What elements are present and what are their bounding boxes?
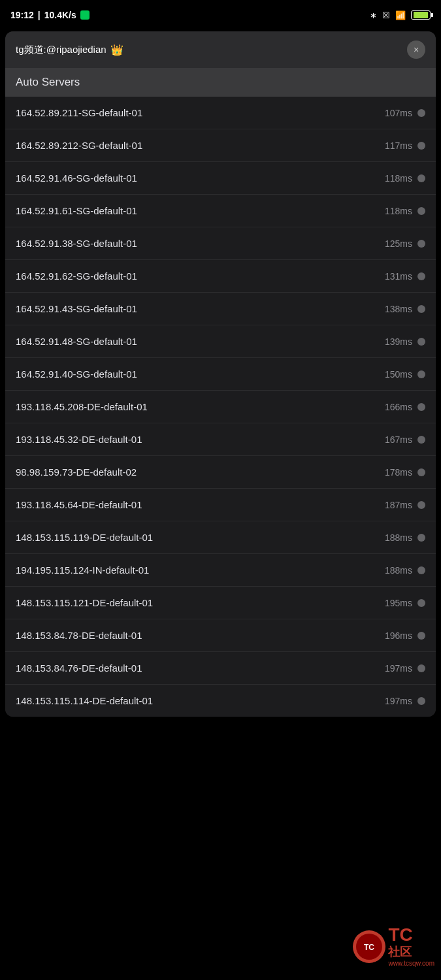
latency-dot-icon [417,632,425,640]
latency-dot-icon [417,109,425,117]
server-latency: 139ms [385,336,412,347]
watermark-she-label: 社区 [388,944,434,960]
server-name: 194.195.115.124-IN-default-01 [16,564,149,576]
latency-dot-icon [417,370,425,378]
server-latency: 197ms [385,696,412,706]
server-item[interactable]: 193.118.45.64-DE-default-01187ms [5,489,436,521]
server-latency: 178ms [385,467,412,478]
app-title: tg频道:@ripaojiedian 👑 [16,44,123,56]
latency-dot-icon [417,501,425,509]
server-item[interactable]: 193.118.45.32-DE-default-01167ms [5,423,436,456]
svg-text:TC: TC [364,943,374,952]
server-right: 107ms [385,108,425,118]
server-latency: 125ms [385,238,412,249]
watermark: TC TC 社区 www.tcsqw.com [353,926,434,967]
server-item[interactable]: 164.52.91.46-SG-default-01118ms [5,162,436,195]
server-latency: 166ms [385,402,412,412]
server-name: 148.153.115.119-DE-default-01 [16,532,153,543]
close-button[interactable]: × [407,41,425,59]
server-item[interactable]: 148.153.115.121-DE-default-01195ms [5,587,436,619]
server-right: 167ms [385,434,425,445]
server-name: 164.52.91.61-SG-default-01 [16,205,137,216]
crown-icon: 👑 [110,44,123,56]
watermark-site-label: www.tcsqw.com [388,960,434,967]
server-right: 125ms [385,238,425,249]
latency-dot-icon [417,338,425,346]
main-container: tg频道:@ripaojiedian 👑 × Auto Servers 164.… [5,31,436,717]
x-icon: ☒ [382,10,390,20]
server-latency: 195ms [385,598,412,608]
server-latency: 196ms [385,630,412,641]
server-item[interactable]: 164.52.89.211-SG-default-01107ms [5,97,436,129]
server-latency: 138ms [385,304,412,314]
server-right: 178ms [385,467,425,478]
server-item[interactable]: 164.52.91.43-SG-default-01138ms [5,293,436,325]
latency-dot-icon [417,534,425,542]
server-name: 148.153.115.114-DE-default-01 [16,695,153,706]
server-latency: 188ms [385,565,412,576]
status-left: 19:12 | 10.4K/s [10,10,90,20]
network-speed: 10.4K/s [44,10,76,20]
server-latency: 118ms [385,173,412,184]
server-item[interactable]: 164.52.91.40-SG-default-01150ms [5,358,436,391]
latency-dot-icon [417,436,425,444]
server-right: 150ms [385,369,425,380]
server-name: 148.153.115.121-DE-default-01 [16,597,153,608]
server-item[interactable]: 164.52.91.62-SG-default-01131ms [5,260,436,293]
latency-dot-icon [417,272,425,280]
latency-dot-icon [417,664,425,672]
server-name: 193.118.45.64-DE-default-01 [16,499,142,510]
server-latency: 118ms [385,206,412,216]
server-name: 164.52.89.212-SG-default-01 [16,140,142,151]
server-item[interactable]: 164.52.89.212-SG-default-01117ms [5,129,436,162]
time-label: 19:12 [10,10,34,20]
latency-dot-icon [417,142,425,150]
server-item[interactable]: 164.52.91.48-SG-default-01139ms [5,325,436,358]
server-item[interactable]: 148.153.84.76-DE-default-01197ms [5,652,436,685]
server-right: 197ms [385,696,425,706]
latency-dot-icon [417,207,425,215]
watermark-logo: TC [353,930,385,963]
svg-point-0 [356,934,382,960]
server-item[interactable]: 194.195.115.124-IN-default-01188ms [5,554,436,587]
latency-dot-icon [417,697,425,705]
section-header: Auto Servers [5,68,436,97]
server-latency: 187ms [385,500,412,510]
status-bar: 19:12 | 10.4K/s ∗ ☒ 📶 [0,0,441,29]
server-name: 164.52.91.43-SG-default-01 [16,303,137,314]
watermark-tc-label: TC [388,926,434,944]
server-name: 193.118.45.32-DE-default-01 [16,434,142,445]
server-right: 187ms [385,500,425,510]
server-right: 118ms [385,206,425,216]
wifi-icon: 📶 [395,10,406,20]
server-name: 193.118.45.208-DE-default-01 [16,401,148,412]
server-right: 196ms [385,630,425,641]
server-right: 117ms [385,140,425,151]
server-name: 98.98.159.73-DE-default-02 [16,466,137,478]
status-right: ∗ ☒ 📶 [370,10,431,20]
server-list: 164.52.89.211-SG-default-01107ms164.52.8… [5,97,436,717]
latency-dot-icon [417,403,425,411]
battery-icon [411,10,431,20]
server-name: 148.153.84.78-DE-default-01 [16,630,142,641]
server-latency: 117ms [385,140,412,151]
latency-dot-icon [417,174,425,182]
server-item[interactable]: 148.153.84.78-DE-default-01196ms [5,619,436,652]
server-item[interactable]: 164.52.91.38-SG-default-01125ms [5,227,436,260]
server-item[interactable]: 193.118.45.208-DE-default-01166ms [5,391,436,423]
server-right: 139ms [385,336,425,347]
server-right: 118ms [385,173,425,184]
title-text: tg频道:@ripaojiedian [16,44,106,56]
server-right: 166ms [385,402,425,412]
speed-label: | [38,10,41,20]
status-indicator [80,10,90,20]
server-latency: 188ms [385,532,412,543]
server-name: 148.153.84.76-DE-default-01 [16,662,142,674]
server-item[interactable]: 148.153.115.114-DE-default-01197ms [5,685,436,717]
latency-dot-icon [417,599,425,607]
bluetooth-icon: ∗ [370,10,377,20]
server-latency: 131ms [385,271,412,282]
server-item[interactable]: 148.153.115.119-DE-default-01188ms [5,521,436,554]
server-item[interactable]: 164.52.91.61-SG-default-01118ms [5,195,436,227]
server-item[interactable]: 98.98.159.73-DE-default-02178ms [5,456,436,489]
